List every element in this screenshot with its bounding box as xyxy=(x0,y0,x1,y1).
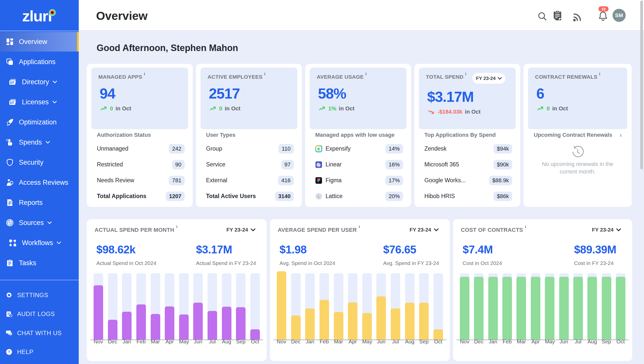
svg-text:L: L xyxy=(318,195,319,198)
svg-text:E: E xyxy=(317,147,320,151)
svg-text:?: ? xyxy=(8,350,10,354)
